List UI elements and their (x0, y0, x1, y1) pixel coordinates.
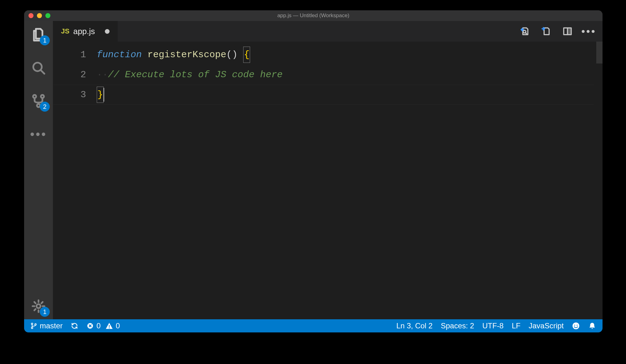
tabbar: JS app.js (53, 21, 603, 42)
svg-point-19 (109, 327, 110, 328)
more-actions-button[interactable]: ••• (584, 26, 594, 36)
line-number: 2 (53, 65, 97, 85)
git-branch-icon (30, 322, 37, 329)
svg-point-13 (31, 327, 33, 329)
minimap[interactable] (594, 42, 603, 319)
error-count: 0 (96, 321, 100, 330)
status-left: master 0 0 (30, 321, 120, 330)
warning-icon (105, 322, 113, 330)
workbench-body: 1 2 ••• (24, 21, 603, 319)
maximize-window-button[interactable] (45, 13, 50, 18)
window-controls (28, 13, 50, 18)
explorer-badge: 1 (40, 35, 50, 45)
code-area[interactable]: function registerKscope() { ··// Execute… (97, 42, 603, 319)
status-feedback[interactable] (572, 322, 580, 330)
editor[interactable]: 1 2 3 function registerKscope() { ··// E… (53, 42, 603, 319)
search-icon (31, 60, 46, 76)
status-encoding[interactable]: UTF-8 (482, 321, 504, 330)
code-line: ··// Execute lots of JS code here (97, 65, 603, 85)
line-number: 1 (53, 45, 97, 65)
activitybar: 1 2 ••• (24, 21, 53, 319)
svg-point-12 (31, 323, 33, 325)
branch-name: master (40, 321, 63, 330)
split-horizontal-icon (562, 26, 572, 36)
tab-label: app.js (73, 27, 95, 36)
status-sync[interactable] (71, 322, 78, 330)
minimize-window-button[interactable] (37, 13, 42, 18)
svg-line-1 (41, 70, 44, 73)
settings-badge: 1 (40, 307, 50, 317)
status-language-mode[interactable]: JavaScript (529, 321, 564, 330)
status-eol[interactable]: LF (512, 321, 521, 330)
titlebar[interactable]: app.js — Untitled (Workspace) (24, 10, 603, 21)
code-line: } (97, 85, 603, 105)
minimap-slider[interactable] (596, 42, 603, 63)
status-git-branch[interactable]: master (30, 321, 63, 330)
activity-source-control[interactable]: 2 (30, 93, 47, 109)
status-problems[interactable]: 0 0 (86, 321, 120, 330)
activity-overflow[interactable]: ••• (30, 126, 47, 142)
sync-icon (71, 322, 78, 330)
bell-icon (588, 322, 596, 330)
text-cursor (104, 88, 104, 102)
dirty-indicator-icon (105, 29, 110, 34)
svg-line-8 (526, 33, 526, 34)
scm-badge: 2 (40, 102, 50, 112)
activity-search[interactable] (30, 60, 47, 76)
svg-point-20 (572, 322, 579, 329)
status-cursor-position[interactable]: Ln 3, Col 2 (396, 321, 433, 330)
status-right: Ln 3, Col 2 Spaces: 2 UTF-8 LF JavaScrip… (396, 321, 596, 330)
activity-explorer[interactable]: 1 (30, 27, 47, 43)
statusbar: master 0 0 (24, 319, 603, 332)
compare-icon (520, 26, 530, 37)
svg-rect-11 (567, 28, 571, 34)
split-editor-button[interactable] (562, 26, 572, 36)
editor-window: app.js — Untitled (Workspace) 1 (24, 10, 603, 332)
editor-group: JS app.js (53, 21, 603, 319)
smiley-icon (572, 322, 580, 330)
go-to-file-icon (541, 26, 551, 37)
warning-count: 0 (116, 321, 120, 330)
compare-changes-button[interactable] (520, 26, 530, 36)
line-number-gutter: 1 2 3 (53, 42, 97, 319)
status-indentation[interactable]: Spaces: 2 (441, 321, 474, 330)
close-window-button[interactable] (28, 13, 33, 18)
tabs: JS app.js (53, 21, 118, 42)
activity-settings[interactable]: 1 (30, 298, 47, 314)
svg-point-14 (35, 324, 36, 325)
editor-actions: ••• (520, 21, 603, 42)
svg-point-6 (37, 304, 41, 308)
status-notifications[interactable] (588, 322, 596, 330)
js-file-icon: JS (61, 27, 69, 35)
tab-app-js[interactable]: JS app.js (53, 21, 118, 42)
error-icon (86, 322, 94, 330)
svg-point-21 (574, 325, 575, 326)
window-title: app.js — Untitled (Workspace) (24, 13, 603, 19)
code-line: function registerKscope() { (97, 45, 603, 65)
open-changes-button[interactable] (541, 26, 551, 36)
svg-point-22 (577, 325, 577, 326)
